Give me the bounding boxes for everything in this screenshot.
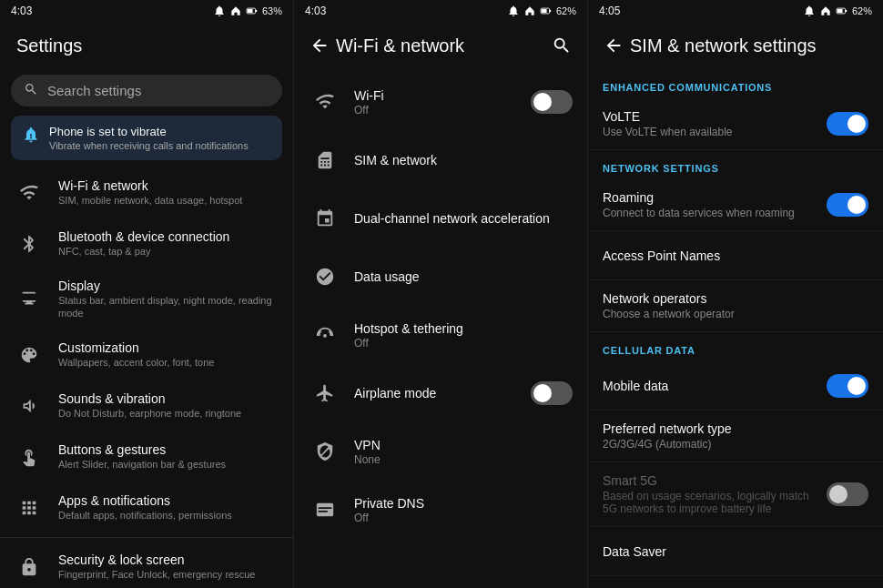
- section-header-network: NETWORK SETTINGS: [588, 150, 883, 179]
- back-button-right[interactable]: [601, 33, 626, 58]
- roaming-title: Roaming: [603, 190, 827, 205]
- volte-toggle[interactable]: [827, 112, 868, 136]
- item-buttons-title: Buttons & gestures: [58, 442, 280, 457]
- wifi-item-airplane[interactable]: Airplane mode: [294, 364, 587, 422]
- right-item-data-saver[interactable]: Data Saver: [588, 527, 883, 576]
- search-placeholder: Search settings: [47, 83, 141, 98]
- battery-right: 62%: [852, 5, 872, 16]
- time-middle: 4:03: [305, 5, 326, 17]
- wifi-item-vpn[interactable]: VPN None: [294, 422, 587, 481]
- wifi-item-dns-title: Private DNS: [354, 496, 573, 511]
- palette-icon: [13, 339, 46, 371]
- network-type-title: Preferred network type: [603, 421, 868, 436]
- wifi-item-hotspot[interactable]: Hotspot & tethering Off: [294, 306, 587, 364]
- section-header-enhanced: ENHANCED COMMUNICATIONS: [588, 69, 883, 98]
- smart5g-subtitle: Based on usage scenarios, logically matc…: [603, 490, 827, 515]
- sidebar-item-wifi[interactable]: Wi-Fi & network SIM, mobile network, dat…: [0, 167, 293, 218]
- wifi-item-airplane-title: Airplane mode: [354, 386, 531, 400]
- roaming-toggle[interactable]: [827, 193, 868, 217]
- settings-list: Wi-Fi & network SIM, mobile network, dat…: [0, 167, 293, 588]
- wifi-list: Wi-Fi Off SIM & network Dual-channel net…: [294, 69, 587, 539]
- wifi-item-wifi[interactable]: Wi-Fi Off: [294, 73, 587, 131]
- right-item-apn[interactable]: Access Point Names: [588, 231, 883, 280]
- apps-icon: [13, 492, 46, 524]
- status-bar-middle: 4:03 62%: [294, 0, 587, 22]
- wifi-item-vpn-title: VPN: [354, 438, 573, 452]
- wifi-item-dns[interactable]: Private DNS Off: [294, 481, 587, 539]
- wifi-item-dns-sub: Off: [354, 512, 573, 524]
- right-item-operators[interactable]: Network operators Choose a network opera…: [588, 280, 883, 332]
- right-item-volte[interactable]: VoLTE Use VoLTE when available: [588, 98, 883, 150]
- right-item-network-type[interactable]: Preferred network type 2G/3G/4G (Automat…: [588, 411, 883, 462]
- wifi-item-dual-title: Dual-channel network acceleration: [354, 211, 573, 226]
- vpn-icon: [309, 435, 341, 468]
- mobile-data-toggle[interactable]: [827, 374, 868, 398]
- right-item-mobile-data[interactable]: Mobile data: [588, 361, 883, 411]
- roaming-toggle-wrap: [827, 193, 868, 217]
- network-type-subtitle: 2G/3G/4G (Automatic): [603, 438, 868, 451]
- sidebar-item-buttons[interactable]: Buttons & gestures Alert Slider, navigat…: [0, 431, 293, 482]
- wifi-item-hotspot-sub: Off: [354, 337, 573, 350]
- back-button-middle[interactable]: [307, 33, 332, 58]
- smart5g-title: Smart 5G: [603, 473, 827, 488]
- svg-rect-1: [255, 10, 257, 12]
- volte-subtitle: Use VoLTE when available: [603, 126, 827, 138]
- smart5g-toggle-wrap: [827, 482, 868, 506]
- sidebar-item-sounds[interactable]: Sounds & vibration Do Not Disturb, earph…: [0, 380, 293, 431]
- search-bar[interactable]: Search settings: [11, 75, 282, 106]
- item-sounds-sub: Do Not Disturb, earphone mode, ringtone: [58, 407, 280, 420]
- notification-banner[interactable]: Phone is set to vibrate Vibrate when rec…: [11, 116, 282, 160]
- wifi-item-data[interactable]: Data usage: [294, 248, 587, 306]
- battery-left: 63%: [262, 5, 282, 16]
- wifi-toggle[interactable]: [531, 90, 573, 114]
- display-icon: [13, 283, 46, 316]
- sidebar-item-customization[interactable]: Customization Wallpapers, accent color, …: [0, 329, 293, 380]
- middle-header: Wi-Fi & network: [294, 22, 587, 69]
- item-display-title: Display: [58, 279, 280, 293]
- item-customization-title: Customization: [58, 340, 280, 355]
- item-wifi-title: Wi-Fi & network: [58, 178, 280, 193]
- sidebar-item-security[interactable]: Security & lock screen Fingerprint, Face…: [0, 542, 293, 588]
- item-security-sub: Fingerprint, Face Unlock, emergency resc…: [58, 568, 280, 581]
- item-security-title: Security & lock screen: [58, 553, 280, 567]
- wifi-item-dual[interactable]: Dual-channel network acceleration: [294, 189, 587, 248]
- time-left: 4:03: [11, 5, 32, 17]
- section-header-cellular: CELLULAR DATA: [588, 332, 883, 361]
- roaming-subtitle: Connect to data services when roaming: [603, 207, 827, 219]
- status-icons-middle: 62%: [507, 5, 576, 17]
- sim-icon: [309, 144, 341, 177]
- smart5g-toggle[interactable]: [827, 482, 868, 506]
- dns-icon: [309, 493, 341, 526]
- status-bar-right: 4:05 62%: [588, 0, 883, 22]
- search-icon-middle[interactable]: [549, 33, 574, 58]
- item-apps-sub: Default apps, notifications, permissions: [58, 509, 280, 522]
- wifi-item-sim-title: SIM & network: [354, 153, 573, 167]
- right-panel: 4:05 62% SIM & network settings ENHANCED…: [588, 0, 883, 588]
- item-customization-sub: Wallpapers, accent color, font, tone: [58, 356, 280, 369]
- mobile-data-thumb: [847, 377, 866, 395]
- sidebar-item-apps[interactable]: Apps & notifications Default apps, notif…: [0, 482, 293, 533]
- airplane-toggle[interactable]: [531, 381, 573, 405]
- volume-icon: [13, 390, 46, 422]
- wifi-item-icon: [309, 86, 341, 118]
- airplane-icon: [309, 377, 341, 410]
- operators-title: Network operators: [603, 291, 868, 306]
- mobile-data-title: Mobile data: [603, 379, 827, 393]
- sidebar-item-bluetooth[interactable]: Bluetooth & device connection NFC, cast,…: [0, 218, 293, 269]
- wifi-item-data-title: Data usage: [354, 269, 573, 284]
- wifi-item-sim[interactable]: SIM & network: [294, 131, 587, 189]
- data-usage-icon: [309, 260, 341, 293]
- right-item-roaming[interactable]: Roaming Connect to data services when ro…: [588, 179, 883, 231]
- left-header: Settings: [0, 22, 293, 69]
- sidebar-item-display[interactable]: Display Status bar, ambient display, nig…: [0, 269, 293, 329]
- wifi-item-wifi-sub: Off: [354, 104, 531, 117]
- hotspot-icon: [309, 319, 341, 351]
- right-item-smart5g[interactable]: Smart 5G Based on usage scenarios, logic…: [588, 462, 883, 527]
- left-panel: 4:03 63% Settings Search settings Phone …: [0, 0, 294, 588]
- operators-subtitle: Choose a network operator: [603, 308, 868, 320]
- status-bar-left: 4:03 63%: [0, 0, 293, 22]
- svg-rect-5: [542, 9, 547, 13]
- roaming-toggle-thumb: [847, 196, 866, 214]
- data-saver-title: Data Saver: [603, 544, 868, 559]
- notification-title: Phone is set to vibrate: [49, 125, 249, 138]
